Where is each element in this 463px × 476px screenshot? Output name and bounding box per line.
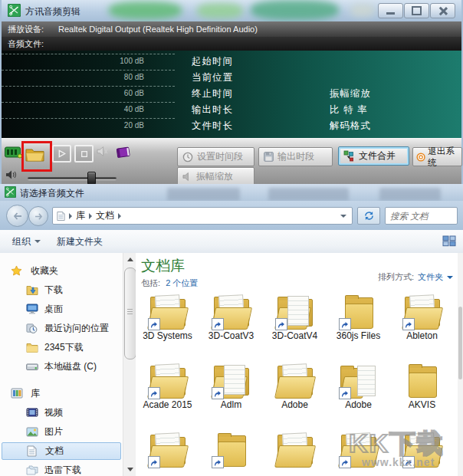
folder-item[interactable]: Adobe <box>263 363 327 432</box>
sidebar-item-desktop[interactable]: 桌面 <box>2 300 121 317</box>
folder-item[interactable]: Adlm <box>199 363 263 432</box>
folder-item[interactable]: Ableton <box>390 294 454 363</box>
breadcrumb-separator-icon <box>118 213 121 219</box>
output-range-button[interactable]: 输出时段 <box>258 147 333 166</box>
clock-icon <box>182 152 193 162</box>
dialog-title-bar[interactable]: 请选择音频文件 <box>0 184 463 202</box>
dialog-app-icon <box>5 186 16 198</box>
picture-icon <box>26 427 38 437</box>
folder-open-shortcut-icon <box>211 294 252 330</box>
views-button[interactable] <box>442 235 456 250</box>
set-time-range-button[interactable]: 设置时间段 <box>177 147 254 166</box>
back-button[interactable] <box>6 205 28 227</box>
breadcrumb-separator-icon <box>89 213 92 219</box>
shortcut-arrow-icon <box>148 318 160 330</box>
shortcut-arrow-icon <box>212 456 224 468</box>
waveform-display[interactable]: 100 dB 80 dB 60 dB 40 dB 20 dB 起始时间 当前位置… <box>2 51 461 138</box>
sidebar-item-favorites[interactable]: 收藏夹 <box>2 262 121 279</box>
breadcrumb[interactable]: 库 文档 <box>52 207 353 225</box>
folder-item[interactable] <box>199 432 263 476</box>
folder-open-shortcut-icon <box>147 363 189 399</box>
content-scrollbar[interactable] <box>458 253 463 476</box>
audio-file-bar: 音频文件: <box>2 37 461 51</box>
caret-down-icon <box>34 240 41 243</box>
arrange-by[interactable]: 排列方式: 文件夹 <box>378 271 453 283</box>
shortcut-arrow-icon <box>339 387 351 399</box>
search-box <box>385 207 458 225</box>
sidebar-item-documents[interactable]: 文档 <box>2 442 121 460</box>
sidebar-item-videos[interactable]: 视频 <box>2 404 121 421</box>
open-folder-icon[interactable] <box>25 146 44 165</box>
volume-speaker-icon[interactable] <box>5 169 18 183</box>
background-blur-tab <box>167 188 240 201</box>
shortcut-arrow-icon <box>212 318 224 330</box>
close-icon <box>438 7 447 15</box>
meta-info-label: 振幅缩放 <box>330 87 371 100</box>
folder-item[interactable]: AKVIS <box>390 363 454 432</box>
scroll-up-button[interactable] <box>123 253 136 266</box>
sidebar-item-2345-downloads[interactable]: 2345下载 <box>2 339 121 356</box>
stop-button[interactable] <box>74 145 94 162</box>
scroll-up-icon <box>127 258 133 261</box>
scroll-down-button[interactable] <box>123 463 136 476</box>
sidebar-item-local-disk-c[interactable]: 本地磁盘 (C) <box>2 358 121 375</box>
sidebar-item-recent-places[interactable]: 最近访问的位置 <box>2 320 121 336</box>
content-scrollbar-thumb[interactable] <box>458 307 462 379</box>
save-icon <box>264 152 274 162</box>
views-grid-icon <box>442 235 456 247</box>
organize-button[interactable]: 组织 <box>6 233 47 250</box>
screen: 方讯音频剪辑 播放设备: Realtek Digital Output (Rea… <box>0 0 463 476</box>
search-input[interactable] <box>386 208 457 224</box>
desktop-icon <box>26 304 38 314</box>
sidebar-item-thunder-downloads[interactable]: 迅雷下载 <box>2 461 121 476</box>
caret-down-icon <box>447 276 453 279</box>
speaker-icon[interactable] <box>97 146 108 160</box>
folder-item[interactable]: 3D Systems <box>136 294 199 363</box>
maximize-button[interactable] <box>404 3 429 18</box>
new-folder-button[interactable]: 新建文件夹 <box>51 233 109 250</box>
editor-title-bar[interactable]: 方讯音频剪辑 <box>2 0 461 22</box>
folder-item[interactable] <box>136 432 199 476</box>
db-gridline <box>2 54 175 54</box>
breadcrumb-item-documents[interactable]: 文档 <box>96 209 114 222</box>
help-book-icon[interactable] <box>116 146 132 162</box>
volume-slider[interactable] <box>28 177 117 180</box>
folder-closed-shortcut-icon <box>211 432 252 468</box>
merge-files-button[interactable]: 文件合并 <box>338 146 409 166</box>
shortcut-arrow-icon <box>402 318 415 330</box>
scrollbar-thumb[interactable] <box>124 268 136 359</box>
breadcrumb-item-libraries[interactable]: 库 <box>76 209 85 222</box>
folder-open-paper-shortcut-icon <box>274 294 316 330</box>
folder-item[interactable]: 3D-CoatV4 <box>263 294 327 363</box>
minimize-button[interactable] <box>378 3 403 18</box>
play-button[interactable] <box>52 145 71 162</box>
command-bar: 组织 新建文件夹 <box>0 230 463 254</box>
media-device-icon[interactable] <box>5 146 22 162</box>
folder-item[interactable]: Adobe <box>327 363 390 432</box>
sidebar-scrollbar[interactable] <box>123 253 136 476</box>
background-blur <box>109 2 182 19</box>
folder-item[interactable]: Acade 2015 <box>136 363 199 432</box>
close-button[interactable] <box>430 3 455 18</box>
download-folder-icon <box>26 284 38 295</box>
device-label: 播放设备: <box>8 21 44 37</box>
forward-button[interactable] <box>28 206 48 226</box>
sidebar-item-downloads[interactable]: 下载 <box>2 281 121 298</box>
refresh-button[interactable] <box>357 207 380 225</box>
includes-link[interactable]: 2 个位置 <box>166 278 198 287</box>
breadcrumb-dropdown-icon[interactable] <box>340 215 346 218</box>
sidebar-item-pictures[interactable]: 图片 <box>2 423 121 440</box>
folder-item[interactable] <box>263 432 327 476</box>
arrange-by-value[interactable]: 文件夹 <box>418 271 443 283</box>
dialog-title: 请选择音频文件 <box>20 187 84 200</box>
libraries-icon <box>11 388 23 399</box>
folder-item[interactable]: 360js Files <box>327 294 390 363</box>
volume-slider-thumb[interactable] <box>87 172 96 185</box>
folder-name: Ableton <box>390 330 454 341</box>
folder-name: Adobe <box>327 399 390 410</box>
navigation-bar: 库 文档 <box>0 201 463 230</box>
exit-system-button[interactable]: 退出系统 <box>412 147 462 166</box>
db-gridline <box>2 86 175 87</box>
folder-item[interactable]: 3D-CoatV3 <box>199 294 263 363</box>
sidebar-item-libraries[interactable]: 库 <box>2 385 121 402</box>
